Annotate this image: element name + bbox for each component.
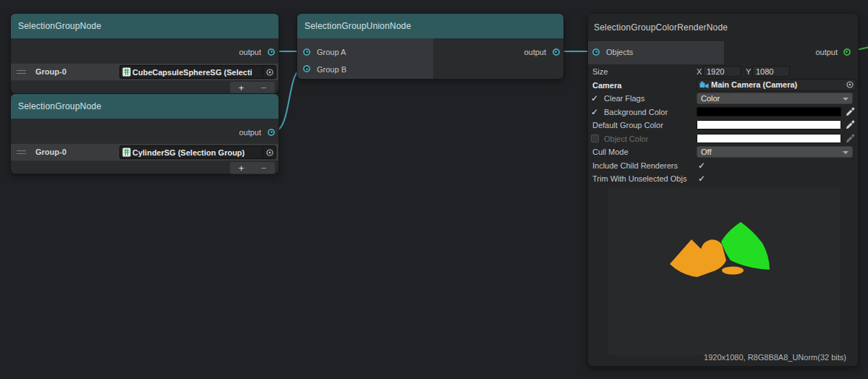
object-picker-icon[interactable] (263, 66, 276, 78)
preview-green-shape (721, 222, 770, 270)
input-port-group-a[interactable] (303, 48, 310, 56)
cull-mode-label: Cull Mode (592, 148, 629, 156)
output-port-label: output (239, 47, 261, 57)
clear-flags-checkbox[interactable]: ✓ (591, 93, 598, 103)
size-label: Size (592, 67, 608, 76)
node-title: SelectionGroupNode (18, 21, 101, 31)
include-child-renderers-label: Include Child Renderers (592, 161, 678, 170)
output-port[interactable] (553, 48, 560, 56)
input-port-group-b[interactable] (303, 65, 310, 72)
camera-picker-icon[interactable] (843, 80, 856, 90)
render-preview (608, 187, 840, 355)
size-x-label: X (697, 67, 702, 76)
preview-orange-blob (670, 239, 726, 277)
node-selection-group-1: SelectionGroupNode output Group-0 CubeCa… (10, 13, 279, 94)
add-group-button[interactable]: + (230, 162, 252, 174)
background-color-swatch[interactable] (697, 107, 841, 116)
input-port-label: Group A (317, 47, 346, 57)
property-row-trim-with-unselected: Trim With Unselected Objs ✓ (588, 172, 858, 185)
node-header[interactable]: SelectionGroupNode (11, 14, 278, 38)
input-port-objects[interactable] (592, 48, 600, 56)
group-name-label: Group-0 (35, 67, 67, 76)
preview-svg (608, 187, 840, 355)
property-row-object-color: Object Color (588, 132, 858, 145)
node-title: SelectionGroupColorRenderNode (594, 22, 728, 33)
group-row: Group-0 CylinderSG (Selection Group) (11, 143, 278, 161)
selection-group-object-field[interactable]: CubeCapsuleSphereSG (Selecti (119, 65, 276, 79)
group-row: Group-0 CubeCapsuleSphereSG (Selecti (11, 63, 278, 81)
size-y-input[interactable] (752, 66, 790, 77)
property-row-clear-flags: ✓ Clear Flags Color (588, 92, 858, 105)
node-title: SelectionGroupNode (18, 101, 101, 111)
property-row-camera: Camera Main Camera (Camera) (588, 79, 858, 92)
property-row-include-child-renderers: Include Child Renderers ✓ (588, 159, 858, 172)
node-header[interactable]: SelectionGroupUnionNode (297, 14, 563, 38)
output-port[interactable] (843, 48, 851, 56)
chevron-down-icon (843, 98, 848, 101)
object-color-swatch[interactable] (697, 134, 841, 143)
preview-caption: 1920x1080, R8G8B8A8_UNorm(32 bits) (704, 353, 846, 362)
graph-canvas[interactable]: { "colors": { "canvas_bg": "#202124", "h… (0, 0, 868, 379)
camera-label: Camera (592, 81, 621, 90)
node-header[interactable]: SelectionGroupNode (11, 94, 278, 119)
preview-orange-dot (722, 267, 744, 275)
node-header[interactable]: SelectionGroupColorRenderNode (588, 14, 858, 41)
camera-object-field[interactable]: Main Camera (Camera) (697, 79, 856, 91)
node-selection-group-union: SelectionGroupUnionNode Group A Group B … (297, 13, 564, 80)
drag-handle-icon[interactable] (17, 150, 26, 154)
trim-with-unselected-checkbox[interactable]: ✓ (698, 174, 705, 184)
eyedropper-icon[interactable] (846, 120, 855, 129)
input-port-label: Objects (606, 47, 633, 57)
group-name-label: Group-0 (35, 148, 67, 156)
property-row-size: Size X Y (588, 65, 858, 78)
default-group-color-label: Default Group Color (592, 121, 663, 129)
object-field-value: CylinderSG (Selection Group) (131, 148, 263, 157)
drag-handle-icon[interactable] (17, 70, 26, 74)
include-child-renderers-checkbox[interactable]: ✓ (698, 161, 705, 171)
node-title: SelectionGroupUnionNode (305, 21, 411, 31)
node-selection-group-2: SelectionGroupNode output Group-0 Cylind… (10, 93, 279, 174)
output-port-label: output (239, 127, 261, 137)
cull-mode-value: Off (701, 148, 711, 156)
default-group-color-swatch[interactable] (697, 120, 841, 129)
camera-icon (699, 81, 709, 89)
object-field-value: CubeCapsuleSphereSG (Selecti (131, 68, 263, 77)
eyedropper-icon[interactable] (846, 107, 855, 116)
list-toolbar: + − (229, 161, 276, 174)
remove-group-button[interactable]: − (252, 162, 275, 174)
input-port-label: Group B (317, 64, 346, 74)
remove-group-button[interactable]: − (252, 82, 275, 93)
clear-flags-dropdown[interactable]: Color (697, 93, 853, 104)
property-row-default-group-color: Default Group Color (588, 119, 858, 132)
output-port[interactable] (268, 48, 275, 56)
object-color-checkbox[interactable] (591, 135, 599, 142)
output-port-label: output (524, 47, 546, 57)
node-selection-group-color-render: SelectionGroupColorRenderNode Objects ou… (587, 13, 859, 367)
size-y-label: Y (746, 67, 751, 76)
background-color-checkbox[interactable]: ✓ (591, 107, 598, 117)
clear-flags-label: Clear Flags (604, 94, 644, 103)
object-color-label: Object Color (604, 135, 648, 143)
object-picker-icon[interactable] (263, 146, 276, 158)
selection-group-object-field[interactable]: CylinderSG (Selection Group) (119, 145, 276, 159)
background-color-label: Background Color (604, 108, 668, 116)
camera-field-value: Main Camera (Camera) (709, 80, 843, 89)
add-group-button[interactable]: + (230, 82, 252, 93)
output-port-label: output (815, 47, 838, 57)
selection-group-asset-icon (122, 148, 131, 157)
cull-mode-dropdown[interactable]: Off (697, 146, 853, 158)
size-x-input[interactable] (703, 66, 741, 77)
output-port[interactable] (268, 129, 275, 136)
trim-with-unselected-label: Trim With Unselected Objs (592, 174, 686, 183)
chevron-down-icon (843, 151, 848, 154)
selection-group-asset-icon (122, 67, 131, 77)
list-toolbar: + − (229, 81, 276, 94)
clear-flags-value: Color (701, 94, 720, 103)
property-row-background-color: ✓ Background Color (588, 106, 858, 119)
eyedropper-icon (846, 134, 855, 143)
property-row-cull-mode: Cull Mode Off (588, 145, 858, 158)
